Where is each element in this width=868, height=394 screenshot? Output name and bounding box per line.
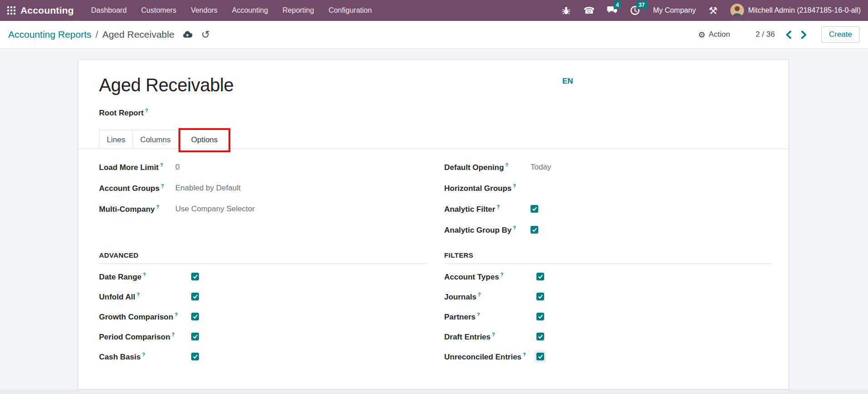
row-unreconciled-entries: Unreconciled Entries?: [444, 347, 772, 367]
create-button[interactable]: Create: [821, 26, 860, 43]
checkbox-partners[interactable]: [536, 313, 544, 320]
record-pager: 2 / 36: [755, 30, 775, 39]
field-label: Unfold All?: [99, 292, 191, 302]
field-label: Date Range?: [99, 272, 191, 282]
advanced-heading: ADVANCED: [99, 251, 427, 259]
help-question-mark: ?: [478, 292, 481, 297]
tools-icon[interactable]: ⚒: [708, 5, 719, 16]
checkbox-journals[interactable]: [536, 293, 544, 300]
field-default-opening: Default Opening? Today: [444, 157, 772, 178]
breadcrumb-current: Aged Receivable: [102, 29, 174, 40]
breadcrumb: Accounting Reports / Aged Receivable: [8, 29, 174, 40]
row-period-comparison: Period Comparison?: [99, 327, 427, 347]
menu-customers[interactable]: Customers: [134, 0, 184, 21]
checkbox-date-range[interactable]: [191, 273, 199, 280]
help-question-mark: ?: [513, 183, 516, 189]
user-menu[interactable]: Mitchell Admin (21847185-16-0-all): [748, 6, 861, 15]
options-sections: ADVANCED Date Range? Unfold All? Growth …: [99, 251, 772, 367]
content-area: Aged Receivable EN Root Report? Lines Co…: [0, 49, 868, 394]
menu-configuration[interactable]: Configuration: [321, 0, 379, 21]
top-navbar: Accounting Dashboard Customers Vendors A…: [0, 0, 868, 21]
horizontal-scrollbar-track[interactable]: [0, 389, 868, 394]
menu-accounting[interactable]: Accounting: [225, 0, 275, 21]
field-account-groups: Account Groups? Enabled by Default: [99, 178, 427, 199]
filters-heading: FILTERS: [444, 251, 772, 259]
section-divider: [99, 263, 427, 264]
checkbox-period-comparison[interactable]: [191, 333, 199, 340]
help-question-mark: ?: [496, 204, 500, 209]
activities-clock-icon[interactable]: 37: [630, 5, 640, 16]
field-label: Journals?: [444, 292, 536, 302]
field-label: Account Types?: [444, 272, 536, 282]
help-question-mark: ?: [143, 272, 146, 277]
messages-icon[interactable]: 4: [607, 5, 618, 16]
root-report-field: Root Report?: [99, 108, 772, 118]
breadcrumb-parent-link[interactable]: Accounting Reports: [8, 29, 91, 40]
pager-controls: [785, 30, 808, 39]
checkbox-analytic-filter[interactable]: [531, 205, 538, 213]
checkbox-unfold-all[interactable]: [191, 293, 199, 300]
menu-vendors[interactable]: Vendors: [184, 0, 225, 21]
help-question-mark: ?: [142, 352, 145, 357]
messages-count-badge: 4: [614, 1, 621, 9]
root-report-label: Root Report: [99, 109, 144, 117]
app-name[interactable]: Accounting: [20, 5, 74, 16]
row-date-range: Date Range?: [99, 267, 427, 287]
tab-columns[interactable]: Columns: [133, 130, 179, 149]
menu-reporting[interactable]: Reporting: [275, 0, 321, 21]
discard-undo-icon[interactable]: ↺: [201, 30, 210, 40]
field-label: Partners?: [444, 312, 536, 322]
debug-bug-icon[interactable]: [561, 5, 572, 16]
apps-grid-icon[interactable]: [7, 6, 15, 15]
field-analytic-filter: Analytic Filter?: [444, 199, 772, 219]
action-menu-button[interactable]: ⚙ Action: [698, 30, 730, 40]
row-partners: Partners?: [444, 307, 772, 327]
checkbox-cash-basis[interactable]: [191, 353, 199, 360]
help-question-mark: ?: [492, 332, 495, 337]
checkbox-growth-comparison[interactable]: [191, 313, 199, 320]
action-label: Action: [709, 30, 730, 39]
field-label: Period Comparison?: [99, 332, 191, 342]
form-sheet: Aged Receivable EN Root Report? Lines Co…: [78, 59, 789, 389]
field-value[interactable]: 0: [175, 163, 179, 172]
tab-lines[interactable]: Lines: [99, 130, 133, 149]
checkbox-unreconciled-entries[interactable]: [536, 353, 544, 360]
field-label: Account Groups?: [99, 183, 175, 193]
help-question-mark: ?: [477, 312, 480, 317]
field-label: Growth Comparison?: [99, 312, 191, 322]
chevron-right-icon[interactable]: [801, 30, 808, 39]
app-switcher[interactable]: Accounting: [7, 5, 74, 16]
field-label: Cash Basis?: [99, 352, 191, 362]
field-value[interactable]: Use Company Selector: [175, 204, 255, 214]
company-switcher[interactable]: My Company: [653, 6, 696, 15]
control-panel-right: ⚙ Action 2 / 36 Create: [698, 26, 860, 43]
field-label: Horizontal Groups?: [444, 183, 531, 193]
menu-dashboard[interactable]: Dashboard: [84, 0, 134, 21]
field-load-more-limit: Load More Limit? 0: [99, 157, 427, 178]
report-title[interactable]: Aged Receivable: [99, 75, 772, 95]
field-multi-company: Multi-Company? Use Company Selector: [99, 199, 427, 219]
phone-voip-icon[interactable]: ☎: [584, 5, 595, 16]
save-cloud-icon[interactable]: [182, 30, 193, 40]
chevron-left-icon[interactable]: [785, 30, 792, 39]
tab-options-label: Options: [191, 135, 218, 144]
breadcrumb-separator: /: [95, 29, 98, 40]
row-draft-entries: Draft Entries?: [444, 327, 772, 347]
field-value[interactable]: Today: [531, 163, 551, 172]
user-avatar[interactable]: [730, 4, 744, 17]
tab-options[interactable]: Options: [182, 130, 228, 149]
checkbox-account-types[interactable]: [536, 273, 544, 280]
help-question-mark: ?: [174, 312, 178, 317]
advanced-section: ADVANCED Date Range? Unfold All? Growth …: [99, 251, 427, 367]
section-divider: [444, 263, 772, 264]
topbar-right: ☎ 4 37 My Company ⚒ Mitchell Admin (2184…: [549, 4, 861, 17]
field-label: Multi-Company?: [99, 204, 175, 214]
language-toggle[interactable]: EN: [562, 77, 573, 86]
control-panel: Accounting Reports / Aged Receivable ↺ ⚙…: [0, 21, 868, 49]
field-value[interactable]: Enabled by Default: [175, 184, 241, 193]
field-label: Unreconciled Entries?: [444, 352, 536, 362]
checkbox-draft-entries[interactable]: [536, 333, 544, 340]
help-question-mark: ?: [172, 332, 175, 337]
help-question-mark: ?: [513, 225, 516, 230]
checkbox-analytic-group-by[interactable]: [531, 226, 538, 234]
